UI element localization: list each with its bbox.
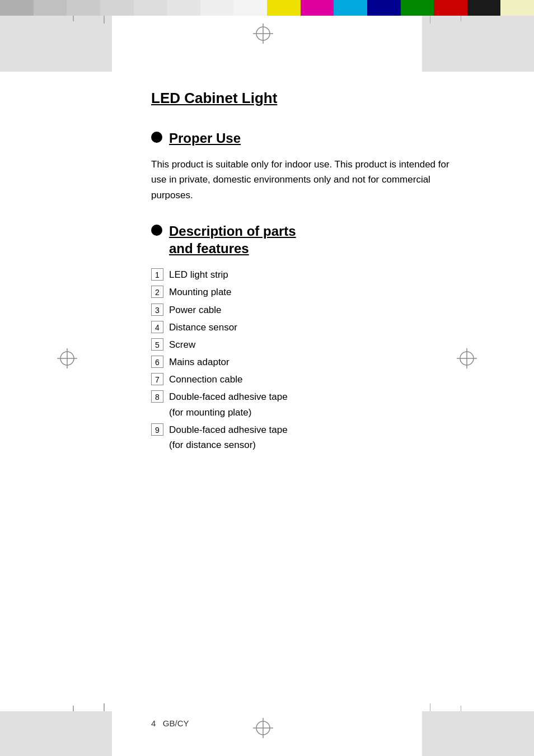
locale-label: GB/CY bbox=[163, 718, 189, 728]
tick-top-right2 bbox=[461, 16, 462, 21]
tick-top-right bbox=[430, 16, 431, 24]
part-number-7: 7 bbox=[151, 373, 163, 385]
bullet-proper-use bbox=[151, 132, 162, 143]
part-number-5: 5 bbox=[151, 338, 163, 351]
color-seg-4 bbox=[100, 0, 134, 16]
list-item: 4 Distance sensor bbox=[151, 320, 465, 335]
color-seg-yellow bbox=[267, 0, 301, 16]
parts-list: 1 LED light strip 2 Mounting plate 3 Pow… bbox=[151, 267, 465, 452]
part-number-1: 1 bbox=[151, 268, 163, 281]
color-seg-7 bbox=[200, 0, 234, 16]
description-header: Description of parts and features bbox=[151, 222, 465, 257]
part-text-6: Mains adaptor bbox=[169, 354, 465, 370]
proper-use-title: Proper Use bbox=[169, 129, 241, 147]
part-text-2: Mounting plate bbox=[169, 284, 465, 300]
top-color-bar bbox=[0, 0, 534, 16]
tick-bottom-left2 bbox=[73, 706, 74, 711]
color-seg-magenta bbox=[301, 0, 334, 16]
section-description: Description of parts and features 1 LED … bbox=[151, 222, 465, 452]
proper-use-header: Proper Use bbox=[151, 129, 465, 147]
color-seg-blue bbox=[367, 0, 401, 16]
part-text-1: LED light strip bbox=[169, 267, 465, 282]
footer-area bbox=[0, 700, 534, 756]
list-item: 9 Double-faced adhesive tape(for distanc… bbox=[151, 422, 465, 452]
color-seg-cyan bbox=[334, 0, 367, 16]
list-item: 6 Mains adaptor bbox=[151, 354, 465, 370]
part-number-3: 3 bbox=[151, 304, 163, 316]
product-title: LED Cabinet Light bbox=[151, 90, 465, 107]
main-content: LED Cabinet Light Proper Use This produc… bbox=[151, 90, 465, 472]
list-item: 3 Power cable bbox=[151, 302, 465, 318]
reg-mark-top-center bbox=[252, 22, 274, 45]
reg-mark-left-mid bbox=[56, 347, 78, 370]
header-grey-left bbox=[0, 16, 112, 72]
header-grey-right bbox=[422, 16, 534, 72]
list-item: 8 Double-faced adhesive tape(for mountin… bbox=[151, 389, 465, 419]
part-text-4: Distance sensor bbox=[169, 320, 465, 335]
part-text-9: Double-faced adhesive tape(for distance … bbox=[169, 422, 465, 452]
tick-bottom-right2 bbox=[461, 706, 462, 711]
part-text-8: Double-faced adhesive tape(for mounting … bbox=[169, 389, 465, 419]
footer-grey-left bbox=[0, 711, 112, 756]
list-item: 2 Mounting plate bbox=[151, 284, 465, 300]
color-seg-green bbox=[401, 0, 434, 16]
footer-page: 4 GB/CY bbox=[151, 718, 189, 728]
part-text-5: Screw bbox=[169, 337, 465, 352]
list-item: 5 Screw bbox=[151, 337, 465, 352]
tick-bottom-right bbox=[430, 703, 431, 711]
color-seg-1 bbox=[0, 0, 34, 16]
tick-top-left2 bbox=[73, 16, 74, 21]
description-title-line1: Description of parts bbox=[169, 223, 296, 239]
bullet-description bbox=[151, 225, 162, 236]
description-title: Description of parts and features bbox=[169, 222, 296, 257]
color-seg-5 bbox=[134, 0, 167, 16]
list-item: 1 LED light strip bbox=[151, 267, 465, 282]
color-seg-3 bbox=[67, 0, 100, 16]
part-text-3: Power cable bbox=[169, 302, 465, 318]
part-number-6: 6 bbox=[151, 356, 163, 368]
color-seg-6 bbox=[167, 0, 200, 16]
color-seg-2 bbox=[34, 0, 67, 16]
part-number-4: 4 bbox=[151, 321, 163, 333]
color-seg-black bbox=[467, 0, 501, 16]
part-number-8: 8 bbox=[151, 390, 163, 403]
tick-top-left bbox=[104, 16, 105, 24]
color-seg-lightyellow bbox=[500, 0, 534, 16]
description-title-line2: and features bbox=[169, 241, 249, 256]
color-seg-red bbox=[434, 0, 467, 16]
part-number-9: 9 bbox=[151, 423, 163, 436]
part-text-7: Connection cable bbox=[169, 372, 465, 387]
part-number-2: 2 bbox=[151, 286, 163, 298]
page-number: 4 bbox=[151, 718, 156, 728]
color-seg-8 bbox=[233, 0, 267, 16]
section-proper-use: Proper Use This product is suitable only… bbox=[151, 129, 465, 203]
footer-grey-right bbox=[422, 711, 534, 756]
tick-bottom-left bbox=[104, 703, 105, 711]
proper-use-body: This product is suitable only for indoor… bbox=[151, 157, 465, 203]
list-item: 7 Connection cable bbox=[151, 372, 465, 387]
